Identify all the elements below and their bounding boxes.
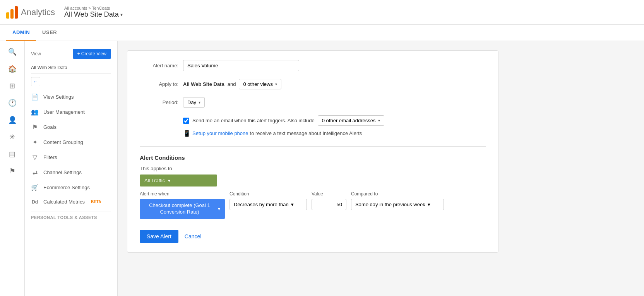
condition-col: Condition Decreases by more than ▾: [230, 191, 307, 210]
calc-icon: Dd: [31, 199, 39, 205]
alert-when-dropdown[interactable]: Checkout complete (Goal 1 Conversion Rat…: [140, 199, 225, 219]
view-header: View + Create View: [25, 46, 117, 62]
dashboard-icon[interactable]: ⊞: [5, 78, 20, 94]
sidebar-item-label: Channel Settings: [43, 169, 82, 175]
sidebar-item-label: Filters: [43, 154, 57, 160]
chevron-down-icon: ▾: [428, 202, 430, 207]
logo-icon: [6, 6, 18, 19]
condition-value: Decreases by more than: [234, 202, 289, 207]
breadcrumb: All accounts > TenCoats: [64, 6, 123, 10]
home-icon[interactable]: 🏠: [5, 61, 20, 77]
email-checkbox[interactable]: [183, 118, 189, 124]
sidebar-item-label: User Management: [43, 109, 85, 115]
sidebar-item-filters[interactable]: ▽ Filters: [25, 150, 117, 165]
back-button[interactable]: ←: [25, 74, 117, 89]
tab-user[interactable]: USER: [36, 25, 63, 41]
other-views-dropdown[interactable]: 0 other views ▾: [239, 79, 281, 89]
flag-icon[interactable]: ⚑: [5, 163, 20, 179]
create-view-button[interactable]: + Create View: [73, 49, 111, 59]
form-card: Alert name: Apply to: All Web Site Data …: [127, 50, 498, 253]
sidebar-item-label: Content Grouping: [43, 139, 83, 145]
sidebar-item-label: View Settings: [43, 94, 74, 100]
action-row: Save Alert Cancel: [140, 230, 486, 243]
apply-to-content: All Web Site Data and 0 other views ▾: [183, 79, 281, 89]
nav-all-web-site: All Web Site Data: [25, 62, 117, 74]
chevron-down-icon: ▾: [218, 206, 220, 212]
period-dropdown[interactable]: Day ▾: [183, 97, 205, 108]
cancel-link[interactable]: Cancel: [185, 233, 202, 240]
chevron-down-icon: ▾: [291, 202, 294, 207]
document-icon: 📄: [31, 93, 39, 101]
chevron-down-icon: ▾: [275, 82, 277, 86]
personal-tools-header: PERSONAL TOOLS & ASSETS: [25, 212, 117, 223]
compared-dropdown[interactable]: Same day in the previous week ▾: [351, 199, 444, 210]
chevron-down-icon: ▾: [120, 12, 123, 17]
person-icon[interactable]: 👤: [5, 112, 20, 128]
sidebar-item-label: Goals: [43, 124, 57, 130]
value-col: Value: [312, 191, 346, 210]
chevron-down-icon: ▾: [168, 178, 170, 183]
mobile-row: 📱 Setup your mobile phone to receive a t…: [183, 130, 486, 137]
header-nav: All accounts > TenCoats All Web Site Dat…: [64, 6, 123, 19]
alert-name-row: Alert name:: [140, 60, 486, 71]
search-button[interactable]: 🔍: [5, 44, 20, 60]
logo-text: Analytics: [21, 7, 55, 17]
site-selector[interactable]: All Web Site Data ▾: [64, 10, 123, 19]
acquisition-icon[interactable]: ✳: [5, 129, 20, 145]
logo-bar-2: [10, 9, 14, 19]
content-area: Alert name: Apply to: All Web Site Data …: [118, 41, 644, 296]
alert-when-value: Checkout complete (Goal 1 Conversion Rat…: [144, 202, 215, 216]
sidebar-item-calculated-metrics[interactable]: Dd Calculated Metrics BETA: [25, 195, 117, 209]
cart-icon: 🛒: [31, 184, 39, 191]
value-input[interactable]: [312, 199, 346, 210]
sidebar-item-user-management[interactable]: 👥 User Management: [25, 104, 117, 120]
sidebar-item-content-grouping[interactable]: ✦ Content Grouping: [25, 135, 117, 150]
view-label: View: [31, 51, 41, 56]
tab-bar: ADMIN USER: [0, 25, 644, 41]
alert-conditions-section: Alert Conditions This applies to All Tra…: [140, 146, 486, 219]
traffic-label: All Traffic: [144, 178, 165, 183]
save-alert-button[interactable]: Save Alert: [140, 230, 178, 243]
compared-value: Same day in the previous week: [355, 202, 425, 207]
clock-icon[interactable]: 🕐: [5, 95, 20, 111]
apply-to-and: and: [228, 81, 236, 87]
apply-to-row: Apply to: All Web Site Data and 0 other …: [140, 79, 486, 89]
other-views-label: 0 other views: [243, 81, 273, 87]
content-group-icon: ✦: [31, 139, 39, 146]
sidebar-item-view-settings[interactable]: 📄 View Settings: [25, 89, 117, 104]
condition-dropdown[interactable]: Decreases by more than ▾: [230, 199, 307, 210]
site-title: All Web Site Data: [64, 10, 119, 19]
compared-col-label: Compared to: [351, 191, 444, 197]
setup-mobile-link[interactable]: Setup your mobile phone: [192, 130, 248, 136]
value-col-label: Value: [312, 191, 346, 197]
condition-col-label: Condition: [230, 191, 307, 197]
back-icon: ←: [31, 77, 40, 86]
behavior-icon[interactable]: ▤: [5, 146, 20, 162]
period-row: Period: Day ▾: [140, 97, 486, 108]
beta-badge: BETA: [91, 200, 101, 204]
logo-bar-3: [15, 6, 18, 19]
main-layout: 🔍 🏠 ⊞ 🕐 👤 ✳ ▤ ⚑ View + Create View All W…: [0, 41, 644, 296]
sidebar-item-goals[interactable]: ⚑ Goals: [25, 120, 117, 135]
alert-conditions-title: Alert Conditions: [140, 154, 486, 161]
app-header: Analytics All accounts > TenCoats All We…: [0, 0, 644, 25]
chevron-down-icon: ▾: [199, 100, 200, 104]
alert-when-col-label: Alert me when: [140, 191, 225, 197]
sidebar-item-channel-settings[interactable]: ⇄ Channel Settings: [25, 165, 117, 180]
sidebar-item-label: Calculated Metrics: [43, 199, 85, 205]
nav-sidebar: View + Create View All Web Site Data ← 📄…: [25, 41, 118, 296]
sidebar-item-ecommerce-settings[interactable]: 🛒 Ecommerce Settings: [25, 180, 117, 195]
mobile-icon: 📱: [183, 130, 191, 137]
email-checkbox-row: Send me an email when this alert trigger…: [183, 115, 486, 126]
tab-admin[interactable]: ADMIN: [6, 25, 36, 41]
conditions-row: Alert me when Checkout complete (Goal 1 …: [140, 191, 486, 219]
other-email-dropdown[interactable]: 0 other email addresses ▾: [318, 115, 384, 126]
compared-col: Compared to Same day in the previous wee…: [351, 191, 444, 210]
other-email-label: 0 other email addresses: [322, 118, 376, 123]
email-checkbox-label: Send me an email when this alert trigger…: [192, 118, 315, 123]
logo-bar-1: [6, 12, 9, 19]
filter-icon: ▽: [31, 154, 39, 161]
traffic-dropdown[interactable]: All Traffic ▾: [140, 175, 217, 186]
apply-to-site: All Web Site Data: [183, 81, 224, 87]
alert-name-input[interactable]: [183, 60, 299, 71]
